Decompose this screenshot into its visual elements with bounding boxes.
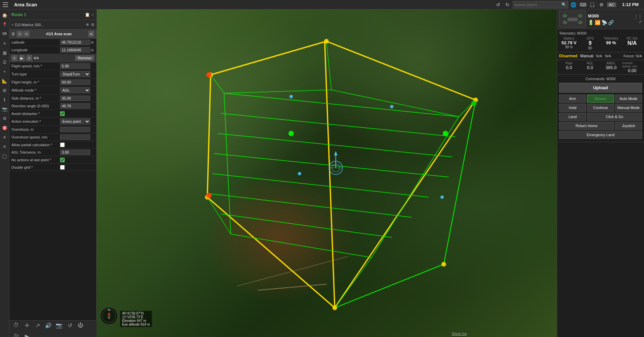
wp-play-btn[interactable]: ▶	[19, 55, 25, 61]
svg-line-13	[211, 194, 412, 217]
tool-camera-icon[interactable]: 📷	[54, 321, 64, 330]
sidebar-item-scan[interactable]: ⊞	[0, 86, 9, 95]
map-area[interactable]: N 46°41'58.07"N 11°10'06.73"E Elevation …	[97, 9, 557, 337]
allow-partial-checkbox[interactable]	[60, 143, 65, 147]
svg-point-39	[206, 193, 212, 198]
panel-expand-icon[interactable]: ⤢	[639, 19, 642, 24]
search-input[interactable]	[515, 3, 561, 7]
altitude-mode-select[interactable]: AGL AMSL	[60, 87, 90, 93]
refresh2-icon[interactable]: ↻	[503, 1, 512, 9]
top-icons: ↺ ↻ 🔍 🌐 ⌨ 🎧 ⚙ AC 1:12 PM	[492, 1, 644, 9]
upload-btn[interactable]: Upload	[559, 83, 642, 93]
lon-copy-icon[interactable]: ⊞	[91, 48, 94, 52]
click-go-btn[interactable]: Click & Go	[587, 113, 642, 121]
disarm-btn[interactable]: Disarm	[587, 95, 614, 103]
refresh-icon[interactable]: ↺	[494, 1, 502, 9]
mission-next-btn[interactable]: >	[23, 31, 30, 37]
tool-speaker-icon[interactable]: 🔊	[44, 321, 53, 330]
svg-line-21	[207, 197, 231, 234]
manual-mode-btn[interactable]: Manual Mode	[615, 104, 642, 112]
alt-speed-row: Raw 0.0 AGL 0.0 AMSL 385.0 Ground speed,…	[557, 60, 644, 75]
wp-next-btn[interactable]: >	[26, 55, 32, 61]
settings-icon[interactable]: ⚙	[598, 1, 606, 9]
agl-col: AGL 0.0	[580, 61, 600, 73]
joystick-btn[interactable]: Joystick	[615, 122, 642, 130]
svg-line-20	[211, 75, 224, 93]
keyboard-icon[interactable]: ⌨	[579, 1, 587, 9]
turn-type-select[interactable]: Stop&Turn Bank Turn	[60, 71, 90, 77]
route-copy-icon[interactable]: 📋	[85, 12, 90, 17]
amsl-label: AMSL	[606, 61, 615, 65]
sidebar-item-info[interactable]: ℹ	[0, 95, 9, 104]
svg-line-12	[212, 174, 429, 197]
sidebar-item-route[interactable]: 🗺	[0, 30, 9, 38]
route-check-icon[interactable]: ✓	[91, 12, 95, 17]
action-execution-select[interactable]: Every point Once	[60, 118, 90, 124]
sidebar-item-sun[interactable]: ☀	[0, 133, 9, 142]
avoid-obstacles-row: Avoid obstacles *	[9, 110, 96, 117]
avoid-obstacles-checkbox[interactable]	[60, 111, 65, 116]
tool-video2-icon[interactable]: ▶	[22, 331, 32, 337]
sidebar-item-settings2[interactable]: ⚙	[0, 114, 9, 123]
wp-prev-btn[interactable]: <	[11, 55, 17, 61]
double-grid-checkbox[interactable]	[60, 165, 65, 170]
sidebar-item-layers[interactable]: ≡	[0, 39, 9, 48]
land-btn[interactable]: Land	[559, 113, 586, 121]
lat-copy-icon[interactable]: ⊞	[91, 41, 94, 44]
device-add-icon[interactable]: +	[11, 23, 13, 27]
tool-refresh-icon[interactable]: ↺	[65, 321, 74, 330]
flight-height-input[interactable]	[60, 79, 90, 85]
svg-point-26	[324, 39, 329, 44]
auto-mode-btn[interactable]: Auto Mode	[615, 95, 642, 103]
sidebar-item-camera[interactable]: 📷	[0, 105, 9, 113]
hold-btn[interactable]: Hold	[559, 104, 586, 112]
sidebar-item-cross[interactable]: ✕	[0, 142, 9, 151]
direction-angle-input[interactable]	[60, 103, 90, 109]
agl-tolerance-input[interactable]	[60, 150, 90, 155]
sidebar-item-location[interactable]: 📍	[0, 20, 9, 29]
action-execution-label: Action execution *	[11, 119, 60, 123]
globe-icon[interactable]: 🌐	[570, 1, 578, 9]
arm-btn[interactable]: Arm	[559, 95, 586, 103]
remove-btn[interactable]: Remove	[75, 55, 94, 61]
search-icon[interactable]: 🔍	[561, 2, 567, 7]
overshoot-label: Overshoot, m	[11, 127, 60, 131]
mission-close-btn[interactable]: ✕	[88, 31, 94, 37]
sidebar-item-home[interactable]: 🏠	[0, 11, 9, 19]
headset-icon[interactable]: 🎧	[588, 1, 596, 9]
tool-crosshair-icon[interactable]: ✛	[22, 321, 32, 330]
side-distance-input[interactable]	[60, 96, 90, 101]
tool-video-icon[interactable]: 🎥	[11, 331, 21, 337]
flight-speed-input[interactable]	[60, 63, 90, 69]
device-settings-icon[interactable]: ⚙	[91, 22, 95, 27]
no-actions-checkbox[interactable]	[60, 158, 65, 162]
continue-btn[interactable]: Continue	[587, 104, 614, 112]
mission-prev-btn[interactable]: <	[17, 31, 23, 37]
device-eye-icon[interactable]: 👁	[86, 22, 90, 27]
overshoot-input[interactable]	[60, 127, 90, 132]
latitude-input[interactable]	[60, 40, 90, 45]
tool-power-icon[interactable]: ⏻	[76, 321, 85, 330]
sidebar-item-grid[interactable]: ▦	[0, 48, 9, 57]
longitude-input[interactable]	[60, 47, 90, 53]
telemetry-grid: Battery 52.79 V 99 % GPS 9 3D Telemetry …	[559, 37, 642, 50]
tool-path-icon[interactable]: ↗	[33, 321, 42, 330]
show-log-btn[interactable]: Show log	[452, 332, 467, 336]
sidebar-item-target[interactable]: 🎯	[0, 123, 9, 132]
mission-trash-icon[interactable]: 🗑	[11, 32, 15, 36]
menu-icon[interactable]	[0, 0, 11, 9]
svg-point-38	[206, 72, 212, 77]
panel-menu-icon[interactable]: ⋮⋮	[634, 14, 642, 19]
sidebar-item-circle[interactable]: ◯	[0, 152, 9, 160]
tool-timer-icon[interactable]: ⏱	[11, 321, 21, 330]
overshoot-speed-input[interactable]	[60, 134, 90, 140]
agl-tolerance-label: AGL Tolerance, m	[11, 150, 60, 154]
svg-point-33	[298, 172, 301, 175]
svg-rect-52	[578, 15, 583, 17]
emergency-land-btn[interactable]: Emergency Land	[559, 131, 642, 139]
telemetry-title: Telemetry: M300	[559, 31, 642, 35]
sidebar-item-list[interactable]: ☰	[0, 58, 9, 66]
return-home-btn[interactable]: Return Home	[559, 122, 614, 130]
sidebar-item-add[interactable]: +	[0, 67, 9, 76]
sidebar-item-measure[interactable]: 📐	[0, 76, 9, 85]
